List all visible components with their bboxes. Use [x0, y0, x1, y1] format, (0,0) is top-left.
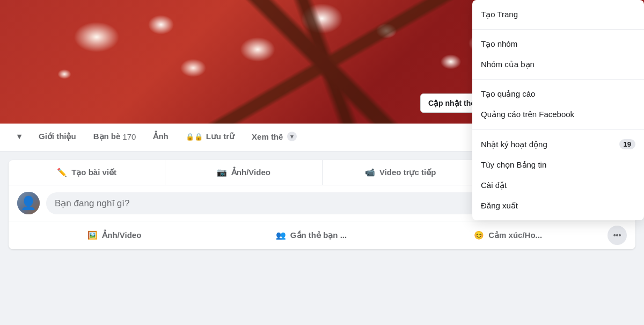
tag-button[interactable]: 👥 Gắn thẻ bạn ... [214, 226, 409, 244]
create-group-label: Tạo nhóm [481, 39, 517, 49]
live-video-button[interactable]: 📹 Video trực tiếp [323, 160, 479, 185]
nav-item-back[interactable]: ▾ [9, 124, 30, 150]
camera-icon: 📷 [217, 168, 227, 177]
nav-label-xemthe: Xem thê [252, 132, 283, 141]
nav-dropdown-icon: ▾ [287, 132, 297, 141]
news-feed-options-label: Tùy chọn Bảng tin [481, 160, 546, 170]
dropdown-section-3: Tạo quảng cáo Quảng cáo trên Facebook [472, 80, 644, 129]
create-post-button[interactable]: ✏️ Tạo bài viết [9, 160, 165, 185]
nav-item-gioithieu[interactable]: Giới thiệu [30, 124, 85, 150]
nav-label-luutru: Lưu trữ [206, 132, 235, 141]
settings-item[interactable]: Cài đặt [472, 175, 644, 196]
your-groups-label: Nhóm của bạn [481, 60, 535, 69]
logout-label: Đăng xuất [481, 201, 518, 211]
fb-ads-item[interactable]: Quảng cáo trên Facebook [472, 104, 644, 125]
create-group-item[interactable]: Tạo nhóm [472, 34, 644, 54]
tag-icon: 👥 [276, 230, 286, 240]
nav-count-banbe: 170 [122, 132, 136, 141]
create-page-label: Tạo Trang [481, 10, 518, 19]
dropdown-menu: Tạo Trang Tạo nhóm Nhóm của bạn Tạo quản… [472, 0, 644, 220]
photo-icon: 🖼️ [87, 230, 98, 240]
dropdown-section-2: Tạo nhóm Nhóm của bạn [472, 30, 644, 80]
emoji-icon: 😊 [474, 230, 484, 240]
avatar [17, 192, 40, 214]
dropdown-section-4: Nhật ký hoạt động 19 Tùy chọn Bảng tin C… [472, 129, 644, 220]
photo-video-label: Ảnh/Video [231, 168, 270, 177]
post-placeholder-text: Bạn đang nghĩ gì? [55, 198, 130, 208]
more-options-button[interactable]: ••• [608, 226, 627, 245]
create-ad-label: Tạo quảng cáo [481, 89, 535, 99]
activity-log-dropdown-label: Nhật ký hoạt động [481, 140, 547, 149]
photo-video-button[interactable]: 📷 Ảnh/Video [165, 160, 322, 185]
nav-label-banbe: Bạn bè [93, 132, 121, 141]
nav-label-anh: Ảnh [153, 132, 168, 141]
feeling-label: Cảm xúc/Ho... [488, 230, 542, 240]
your-groups-item[interactable]: Nhóm của bạn [472, 54, 644, 75]
back-chevron-icon: ▾ [17, 132, 21, 141]
nav-item-anh[interactable]: Ảnh [144, 124, 177, 150]
nav-label-gioithieu: Giới thiệu [39, 132, 76, 141]
settings-label: Cài đặt [481, 180, 507, 190]
lock-icon: 🔒 [186, 133, 203, 141]
dropdown-section-1: Tạo Trang [472, 0, 644, 30]
add-photo-button[interactable]: 🖼️ Ảnh/Video [17, 226, 212, 244]
add-photo-label: Ảnh/Video [102, 230, 141, 240]
nav-item-xemthe[interactable]: Xem thê ▾ [243, 124, 305, 150]
tag-label: Gắn thẻ bạn ... [290, 230, 347, 240]
nav-item-luutru[interactable]: 🔒 Lưu trữ [177, 124, 243, 150]
live-video-label: Video trực tiếp [379, 168, 436, 177]
video-icon: 📹 [365, 168, 375, 177]
avatar-image [17, 192, 40, 214]
dots-icon: ••• [613, 231, 621, 240]
activity-log-count: 19 [619, 139, 635, 149]
pencil-icon: ✏️ [57, 168, 67, 177]
create-ad-item[interactable]: Tạo quảng cáo [472, 84, 644, 104]
composer-bottom-actions: 🖼️ Ảnh/Video 👥 Gắn thẻ bạn ... 😊 Cảm xúc… [9, 221, 635, 249]
activity-log-item[interactable]: Nhật ký hoạt động 19 [472, 134, 644, 155]
news-feed-options-item[interactable]: Tùy chọn Bảng tin [472, 155, 644, 175]
create-post-label: Tạo bài viết [71, 168, 116, 177]
logout-item[interactable]: Đăng xuất [472, 196, 644, 216]
feeling-button[interactable]: 😊 Cảm xúc/Ho... [411, 226, 605, 244]
nav-item-banbe[interactable]: Bạn bè 170 [85, 124, 145, 150]
create-page-item[interactable]: Tạo Trang [472, 4, 644, 25]
fb-ads-label: Quảng cáo trên Facebook [481, 110, 574, 119]
